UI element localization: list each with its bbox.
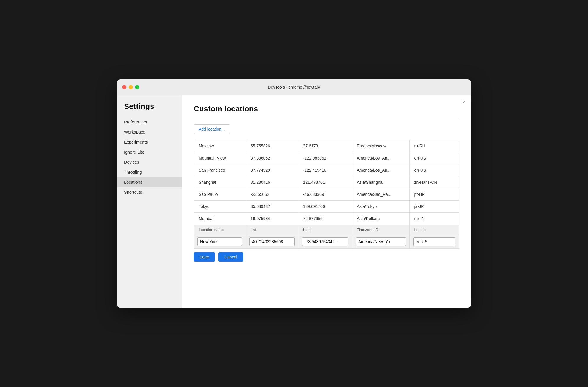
cell-timezone: Asia/Kolkata: [352, 213, 409, 225]
location-lat-input[interactable]: [249, 237, 295, 246]
cell-long: 139.691706: [298, 201, 352, 213]
cell-locale: en-US: [409, 152, 459, 164]
cell-name: Shanghai: [194, 176, 246, 188]
long-input-cell: [298, 235, 352, 249]
action-buttons: Save Cancel: [194, 249, 459, 263]
cell-timezone: Asia/Tokyo: [352, 201, 409, 213]
locations-table: Moscow55.75582637.6173Europe/Moscowru-RU…: [194, 140, 459, 249]
cell-lat: 55.755826: [246, 140, 298, 152]
input-header-row: Location name Lat Long Timezone ID Local…: [194, 225, 459, 235]
save-button[interactable]: Save: [194, 252, 215, 262]
maximize-traffic-light[interactable]: [135, 85, 139, 89]
new-location-input-row: [194, 235, 459, 249]
window-body: Settings PreferencesWorkspaceExperiments…: [117, 95, 471, 308]
table-row: Tokyo35.689487139.691706Asia/Tokyoja-JP: [194, 201, 459, 213]
location-locale-input[interactable]: [413, 237, 455, 246]
col-header-long: Long: [298, 225, 352, 235]
cell-long: -122.083851: [298, 152, 352, 164]
sidebar-item-shortcuts[interactable]: Shortcuts: [117, 187, 182, 197]
cell-lat: 31.230416: [246, 176, 298, 188]
sidebar: Settings PreferencesWorkspaceExperiments…: [117, 95, 182, 308]
cell-locale: ja-JP: [409, 201, 459, 213]
cell-locale: ru-RU: [409, 140, 459, 152]
table-row: San Francisco37.774929-122.419416America…: [194, 164, 459, 176]
cell-name: Moscow: [194, 140, 246, 152]
cell-lat: 37.774929: [246, 164, 298, 176]
cell-lat: 37.386052: [246, 152, 298, 164]
cell-long: -122.419416: [298, 164, 352, 176]
cell-timezone: America/Los_An...: [352, 152, 409, 164]
cell-name: Tokyo: [194, 201, 246, 213]
cell-timezone: Europe/Moscow: [352, 140, 409, 152]
cell-locale: mr-IN: [409, 213, 459, 225]
close-button[interactable]: ×: [462, 100, 465, 105]
window-title: DevTools - chrome://newtab/: [268, 85, 320, 90]
sidebar-item-ignore-list[interactable]: Ignore List: [117, 147, 182, 157]
traffic-lights: [122, 85, 139, 89]
col-header-name: Location name: [194, 225, 246, 235]
cell-name: Mumbai: [194, 213, 246, 225]
table-row: Moscow55.75582637.6173Europe/Moscowru-RU: [194, 140, 459, 152]
cell-lat: 35.689487: [246, 201, 298, 213]
sidebar-item-throttling[interactable]: Throttling: [117, 167, 182, 177]
col-header-locale: Locale: [409, 225, 459, 235]
cell-locale: pt-BR: [409, 188, 459, 201]
titlebar: DevTools - chrome://newtab/: [117, 79, 471, 95]
col-header-lat: Lat: [246, 225, 298, 235]
cell-locale: zh-Hans-CN: [409, 176, 459, 188]
devtools-window: DevTools - chrome://newtab/ Settings Pre…: [117, 79, 471, 308]
cancel-button[interactable]: Cancel: [218, 252, 243, 262]
cell-locale: en-US: [409, 164, 459, 176]
cell-long: -46.633309: [298, 188, 352, 201]
table-row: São Paulo-23.55052-46.633309America/Sao_…: [194, 188, 459, 201]
locale-input-cell: [409, 235, 459, 249]
sidebar-item-experiments[interactable]: Experiments: [117, 137, 182, 147]
sidebar-title: Settings: [117, 102, 182, 117]
cell-name: São Paulo: [194, 188, 246, 201]
cell-long: 72.877656: [298, 213, 352, 225]
cell-long: 121.473701: [298, 176, 352, 188]
location-name-input[interactable]: [197, 237, 242, 246]
main-content: × Custom locations Add location... Mosco…: [182, 95, 471, 308]
col-header-timezone: Timezone ID: [352, 225, 409, 235]
sidebar-item-workspace[interactable]: Workspace: [117, 127, 182, 137]
minimize-traffic-light[interactable]: [129, 85, 133, 89]
cell-name: San Francisco: [194, 164, 246, 176]
cell-timezone: America/Sao_Pa...: [352, 188, 409, 201]
cell-timezone: Asia/Shanghai: [352, 176, 409, 188]
close-traffic-light[interactable]: [122, 85, 126, 89]
table-row: Shanghai31.230416121.473701Asia/Shanghai…: [194, 176, 459, 188]
section-divider: [194, 118, 459, 118]
cell-lat: -23.55052: [246, 188, 298, 201]
cell-lat: 19.075984: [246, 213, 298, 225]
sidebar-item-devices[interactable]: Devices: [117, 157, 182, 167]
timezone-input-cell: [352, 235, 409, 249]
location-timezone-input[interactable]: [356, 237, 406, 246]
table-row: Mountain View37.386052-122.083851America…: [194, 152, 459, 164]
sidebar-item-locations[interactable]: Locations: [117, 177, 182, 187]
cell-timezone: America/Los_An...: [352, 164, 409, 176]
sidebar-item-preferences[interactable]: Preferences: [117, 117, 182, 127]
add-location-button[interactable]: Add location...: [194, 124, 230, 134]
lat-input-cell: [246, 235, 298, 249]
location-long-input[interactable]: [302, 237, 348, 246]
name-input-cell: [194, 235, 246, 249]
table-row: Mumbai19.07598472.877656Asia/Kolkatamr-I…: [194, 213, 459, 225]
page-title: Custom locations: [194, 104, 459, 113]
cell-long: 37.6173: [298, 140, 352, 152]
cell-name: Mountain View: [194, 152, 246, 164]
